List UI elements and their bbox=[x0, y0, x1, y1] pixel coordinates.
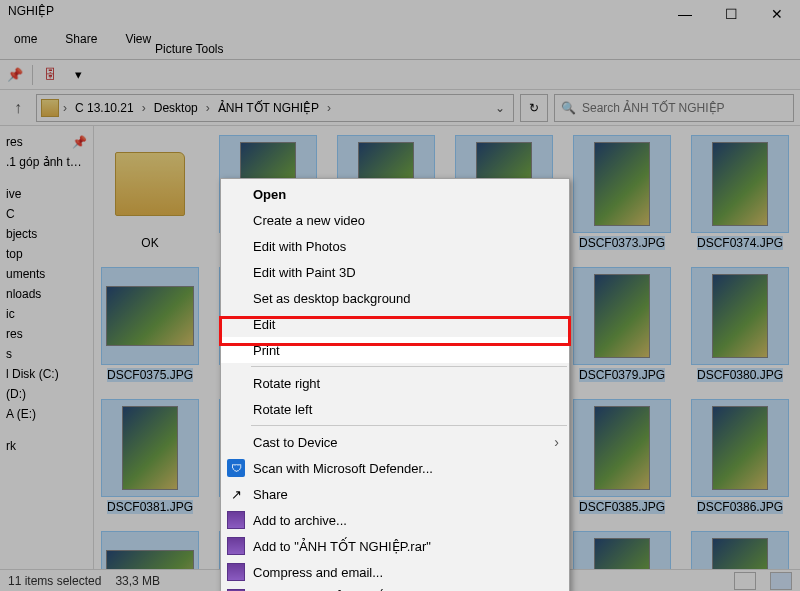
folder-icon bbox=[41, 99, 59, 117]
item-label: DSCF0381.JPG bbox=[107, 500, 193, 514]
image-item[interactable]: DSCF0373.JPG bbox=[574, 136, 670, 250]
nav-up-button[interactable]: ↑ bbox=[6, 96, 30, 120]
breadcrumb[interactable]: C 13.10.21 bbox=[71, 101, 138, 115]
item-label: DSCF0385.JPG bbox=[579, 500, 665, 514]
image-item[interactable]: DSCF0381.JPG bbox=[102, 400, 198, 514]
menu-item-create-a-new-video[interactable]: Create a new video bbox=[221, 207, 569, 233]
menu-item-rotate-left[interactable]: Rotate left bbox=[221, 396, 569, 422]
address-bar-row: ↑ › C 13.10.21 › Desktop › ẢNH TỐT NGHIỆ… bbox=[0, 90, 800, 126]
nav-item[interactable]: C bbox=[4, 204, 89, 224]
search-input[interactable]: 🔍 Search ẢNH TỐT NGHIỆP bbox=[554, 94, 794, 122]
menu-item-edit-with-paint-3d[interactable]: Edit with Paint 3D bbox=[221, 259, 569, 285]
menu-item-add-to-nh-t-t-nghi-p-rar[interactable]: Add to "ẢNH TỐT NGHIỆP.rar" bbox=[221, 533, 569, 559]
menu-item-open[interactable]: Open bbox=[221, 181, 569, 207]
image-item[interactable]: DSCF0375.JPG bbox=[102, 268, 198, 382]
item-label: DSCF0374.JPG bbox=[697, 236, 783, 250]
menu-item-print[interactable]: Print bbox=[221, 337, 569, 363]
archive-icon bbox=[227, 563, 245, 581]
image-item[interactable]: DSCF0386.JPG bbox=[692, 400, 788, 514]
menu-item-share[interactable]: ↗Share bbox=[221, 481, 569, 507]
item-label: DSCF0379.JPG bbox=[579, 368, 665, 382]
menu-item-edit[interactable]: Edit bbox=[221, 311, 569, 337]
image-thumbnail bbox=[594, 538, 650, 569]
archive-icon bbox=[227, 537, 245, 555]
breadcrumb[interactable]: ẢNH TỐT NGHIỆP bbox=[214, 101, 323, 115]
image-item[interactable] bbox=[102, 532, 198, 569]
shield-icon: 🛡 bbox=[227, 459, 245, 477]
menu-item-label: Create a new video bbox=[253, 213, 365, 228]
chevron-right-icon[interactable]: › bbox=[142, 101, 146, 115]
menu-item-label: Share bbox=[253, 487, 288, 502]
menu-item-label: Edit bbox=[253, 317, 275, 332]
menu-item-edit-with-photos[interactable]: Edit with Photos bbox=[221, 233, 569, 259]
menu-item-label: Print bbox=[253, 343, 280, 358]
image-thumbnail bbox=[712, 538, 768, 569]
image-item[interactable]: DSCF0385.JPG bbox=[574, 400, 670, 514]
nav-item[interactable]: ic bbox=[4, 304, 89, 324]
menu-item-compress-and-email[interactable]: Compress and email... bbox=[221, 559, 569, 585]
menu-item-label: Add to archive... bbox=[253, 513, 347, 528]
image-thumbnail bbox=[594, 406, 650, 490]
nav-item[interactable]: rk bbox=[4, 436, 89, 456]
image-item[interactable]: DSCF0379.JPG bbox=[574, 268, 670, 382]
view-thumbnails-button[interactable] bbox=[770, 572, 792, 590]
title-bar: NGHIỆP Manage ― ☐ ✕ bbox=[0, 0, 800, 24]
image-thumbnail bbox=[712, 406, 768, 490]
menu-item-compress-to-nh-t-t-nghi-p-rar-and-email[interactable]: Compress to "ẢNH TỐT NGHIỆP.rar" and ema… bbox=[221, 585, 569, 591]
nav-item[interactable]: A (E:) bbox=[4, 404, 89, 424]
nav-item[interactable]: (D:) bbox=[4, 384, 89, 404]
nav-item[interactable]: .1 góp ảnh thàn bbox=[4, 152, 89, 172]
tab-picture-tools[interactable]: Picture Tools bbox=[145, 38, 233, 60]
image-thumbnail bbox=[712, 142, 768, 226]
image-item[interactable] bbox=[692, 532, 788, 569]
chevron-right-icon[interactable]: › bbox=[327, 101, 331, 115]
context-menu: OpenCreate a new videoEdit with PhotosEd… bbox=[220, 178, 570, 591]
nav-item[interactable]: ive bbox=[4, 184, 89, 204]
image-thumbnail bbox=[712, 274, 768, 358]
nav-item[interactable]: res📌 bbox=[4, 132, 89, 152]
nav-item[interactable]: top bbox=[4, 244, 89, 264]
nav-item[interactable]: bjects bbox=[4, 224, 89, 244]
menu-item-add-to-archive[interactable]: Add to archive... bbox=[221, 507, 569, 533]
status-size: 33,3 MB bbox=[115, 574, 160, 588]
menu-item-label: Rotate right bbox=[253, 376, 320, 391]
item-label: DSCF0373.JPG bbox=[579, 236, 665, 250]
address-bar[interactable]: › C 13.10.21 › Desktop › ẢNH TỐT NGHIỆP … bbox=[36, 94, 514, 122]
chevron-right-icon[interactable]: › bbox=[63, 101, 67, 115]
chevron-right-icon[interactable]: › bbox=[206, 101, 210, 115]
search-placeholder: Search ẢNH TỐT NGHIỆP bbox=[582, 101, 725, 115]
status-selection: 11 items selected bbox=[8, 574, 101, 588]
nav-item[interactable]: uments bbox=[4, 264, 89, 284]
breadcrumb[interactable]: Desktop bbox=[150, 101, 202, 115]
menu-item-scan-with-microsoft-defender[interactable]: 🛡Scan with Microsoft Defender... bbox=[221, 455, 569, 481]
view-details-button[interactable] bbox=[734, 572, 756, 590]
menu-item-label: Rotate left bbox=[253, 402, 312, 417]
menu-item-cast-to-device[interactable]: Cast to Device› bbox=[221, 429, 569, 455]
menu-item-label: Add to "ẢNH TỐT NGHIỆP.rar" bbox=[253, 539, 431, 554]
menu-item-set-as-desktop-background[interactable]: Set as desktop background bbox=[221, 285, 569, 311]
refresh-button[interactable]: ↻ bbox=[520, 94, 548, 122]
item-label: OK bbox=[141, 236, 158, 250]
menu-separator bbox=[251, 425, 567, 426]
nav-item[interactable]: s bbox=[4, 344, 89, 364]
navigation-pane[interactable]: res📌 .1 góp ảnh thàn ive C bjects top um… bbox=[0, 126, 94, 569]
pin-icon[interactable]: 📌 bbox=[4, 64, 26, 86]
image-thumbnail bbox=[122, 406, 178, 490]
image-item[interactable]: DSCF0380.JPG bbox=[692, 268, 788, 382]
ribbon-tabs: ome Share View Picture Tools bbox=[0, 24, 800, 60]
nav-item[interactable]: nloads bbox=[4, 284, 89, 304]
tab-home[interactable]: ome bbox=[0, 24, 51, 59]
address-dropdown-icon[interactable]: ⌄ bbox=[491, 101, 509, 115]
image-item[interactable]: DSCF0374.JPG bbox=[692, 136, 788, 250]
nav-item[interactable]: res bbox=[4, 324, 89, 344]
tab-share[interactable]: Share bbox=[51, 24, 111, 59]
nav-item[interactable]: l Disk (C:) bbox=[4, 364, 89, 384]
image-item[interactable] bbox=[574, 532, 670, 569]
folder-item[interactable]: OK bbox=[102, 136, 198, 250]
search-icon: 🔍 bbox=[561, 101, 576, 115]
menu-item-rotate-right[interactable]: Rotate right bbox=[221, 370, 569, 396]
clipboard-icon[interactable]: 🗄 bbox=[39, 64, 61, 86]
menu-item-label: Set as desktop background bbox=[253, 291, 411, 306]
menu-item-label: Edit with Photos bbox=[253, 239, 346, 254]
dropdown-icon[interactable]: ▾ bbox=[67, 64, 89, 86]
